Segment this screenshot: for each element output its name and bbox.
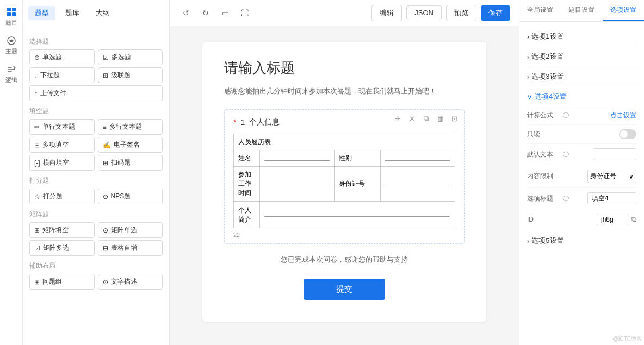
select-buttons-row2: ↓ 下拉题 ⊞ 级联题 bbox=[29, 67, 163, 83]
form-title[interactable]: 请输入标题 bbox=[224, 59, 465, 78]
default-text-input[interactable] bbox=[593, 148, 636, 160]
cell-id-input[interactable] bbox=[381, 167, 455, 202]
name-input-line[interactable] bbox=[264, 160, 330, 161]
btn-upload[interactable]: ↑ 上传文件 bbox=[29, 85, 163, 101]
logic-icon bbox=[6, 64, 17, 75]
btn-multi-fill[interactable]: ⊟ 多项填空 bbox=[29, 137, 95, 153]
btn-single-text[interactable]: ✏ 单行文本题 bbox=[29, 119, 95, 135]
cell-intro-input[interactable] bbox=[259, 202, 455, 228]
cell-intro-label: 个人简介 bbox=[234, 202, 260, 228]
content-limit-value: 身份证号 bbox=[590, 172, 616, 181]
tab-global-settings[interactable]: 全局设置 bbox=[519, 0, 561, 21]
screen-button[interactable]: ⛶ bbox=[237, 5, 252, 21]
readonly-label: 只读 bbox=[527, 130, 560, 139]
btn-dropdown[interactable]: ↓ 下拉题 bbox=[29, 67, 95, 83]
required-star: * bbox=[233, 118, 236, 127]
cell-name-input[interactable] bbox=[259, 150, 334, 167]
sidebar-icon-logic[interactable]: 逻辑 bbox=[1, 61, 22, 87]
tab-library[interactable]: 题库 bbox=[59, 6, 86, 20]
save-button[interactable]: 保存 bbox=[481, 5, 510, 21]
gender-input-line[interactable] bbox=[385, 160, 450, 161]
btn-single-choice[interactable]: ⊙ 单选题 bbox=[29, 49, 95, 65]
option1-header[interactable]: › 选项1设置 bbox=[527, 27, 636, 46]
tab-type[interactable]: 题型 bbox=[28, 6, 55, 20]
json-button[interactable]: JSON bbox=[406, 5, 442, 20]
tab-question-settings[interactable]: 题目设置 bbox=[561, 0, 602, 21]
content-limit-select[interactable]: 身份证号 ∨ bbox=[587, 170, 636, 183]
theme-icon bbox=[6, 35, 17, 46]
cell-work-input[interactable] bbox=[259, 167, 334, 202]
esign-icon: ✍ bbox=[103, 141, 111, 149]
id-input-line[interactable] bbox=[385, 186, 450, 186]
id-input[interactable] bbox=[597, 214, 629, 225]
btn-qrcode[interactable]: ⊞ 扫码题 bbox=[98, 155, 163, 171]
cell-gender-input[interactable] bbox=[381, 150, 455, 167]
btn-table-auto[interactable]: ⊟ 表格自增 bbox=[98, 240, 163, 256]
btn-matrix-multi[interactable]: ☑ 矩阵多选 bbox=[29, 240, 95, 256]
work-input-line[interactable] bbox=[264, 186, 330, 186]
qrcode-icon: ⊞ bbox=[103, 159, 108, 167]
option1-chevron: › bbox=[527, 33, 529, 41]
option1-group: › 选项1设置 bbox=[527, 27, 636, 46]
id-input-row: ⧉ bbox=[597, 214, 636, 225]
delete-tool[interactable]: 🗑 bbox=[435, 113, 445, 124]
resume-table: 人员履历表 姓名 性别 参加工作时间 身份证号 bbox=[233, 134, 455, 228]
btn-horizontal-fill[interactable]: [-] 横向填空 bbox=[29, 155, 95, 171]
left-sidebar: 题型 题库 大纲 选择题 ⊙ 单选题 ☑ 多选题 ↓ 下拉题 bbox=[23, 0, 170, 345]
more-tool[interactable]: ⊡ bbox=[449, 113, 460, 124]
undo-button[interactable]: ↺ bbox=[178, 5, 194, 21]
topics-label: 题目 bbox=[5, 18, 17, 27]
btn-question-group[interactable]: ⊞ 问题组 bbox=[29, 274, 95, 290]
submit-button[interactable]: 提交 bbox=[304, 279, 385, 300]
option3-header[interactable]: › 选项3设置 bbox=[527, 67, 636, 86]
tab-outline[interactable]: 大纲 bbox=[89, 6, 116, 20]
preview-button[interactable]: 预览 bbox=[446, 5, 476, 21]
option5-header[interactable]: › 选项5设置 bbox=[527, 231, 636, 250]
single-text-icon: ✏ bbox=[34, 123, 40, 131]
btn-matrix-fill[interactable]: ⊞ 矩阵填空 bbox=[29, 222, 95, 238]
btn-multi-text[interactable]: ≡ 多行文本题 bbox=[98, 119, 163, 135]
btn-nps[interactable]: ⊙ NPS题 bbox=[98, 189, 163, 204]
btn-rating[interactable]: ☆ 打分题 bbox=[29, 189, 95, 204]
layout-button[interactable]: ▭ bbox=[218, 5, 233, 21]
tab-option-settings[interactable]: 选项设置 bbox=[603, 0, 644, 21]
select-buttons-row3: ↑ 上传文件 bbox=[29, 85, 163, 101]
readonly-row: 只读 bbox=[527, 125, 636, 144]
btn-esign[interactable]: ✍ 电子签名 bbox=[98, 137, 163, 153]
matrix-single-icon: ⊙ bbox=[103, 227, 108, 234]
single-choice-icon: ⊙ bbox=[34, 54, 40, 61]
copy-tool[interactable]: ⧉ bbox=[420, 113, 431, 124]
close-tool[interactable]: ✕ bbox=[406, 113, 417, 124]
btn-text-desc[interactable]: ⊙ 文字描述 bbox=[98, 274, 163, 290]
btn-multi-choice[interactable]: ☑ 多选题 bbox=[98, 49, 163, 65]
readonly-toggle[interactable] bbox=[619, 129, 636, 139]
cell-name-label: 姓名 bbox=[234, 150, 260, 167]
question-block: ✛ ✕ ⧉ 🗑 ⊡ * 1 个人信息 人员履历表 姓名 bbox=[224, 109, 465, 244]
move-tool[interactable]: ✛ bbox=[392, 113, 403, 124]
option-title-input[interactable] bbox=[587, 192, 636, 204]
matrix-section-title: 矩阵题 bbox=[29, 210, 163, 219]
table-auto-icon: ⊟ bbox=[103, 244, 108, 252]
option-title-label: 选项标题 bbox=[527, 194, 560, 203]
btn-cascade[interactable]: ⊞ 级联题 bbox=[98, 67, 163, 83]
option4-header[interactable]: ∨ 选项4设置 bbox=[527, 87, 636, 106]
multi-text-icon: ≡ bbox=[103, 123, 107, 131]
intro-input-line[interactable] bbox=[264, 216, 449, 217]
option4-chevron: ∨ bbox=[527, 93, 532, 101]
default-text-info-icon: ⓘ bbox=[563, 150, 569, 159]
option2-header[interactable]: › 选项2设置 bbox=[527, 47, 636, 66]
calc-formula-label: 计算公式 bbox=[527, 111, 560, 120]
sidebar-icon-theme[interactable]: 主题 bbox=[1, 32, 22, 59]
copy-icon[interactable]: ⧉ bbox=[631, 215, 636, 224]
layout-buttons-row1: ⊞ 问题组 ⊙ 文字描述 bbox=[29, 274, 163, 290]
svg-rect-2 bbox=[7, 12, 11, 16]
main-area: ↺ ↻ ▭ ⛶ 编辑 JSON 预览 保存 请输入标题 感谢您能抽出几分钟时间来… bbox=[170, 0, 519, 345]
fill-buttons-row2: ⊟ 多项填空 ✍ 电子签名 bbox=[29, 137, 163, 153]
edit-button[interactable]: 编辑 bbox=[371, 5, 402, 21]
btn-matrix-single[interactable]: ⊙ 矩阵单选 bbox=[98, 222, 163, 238]
redo-button[interactable]: ↻ bbox=[198, 5, 213, 21]
calc-formula-action[interactable]: 点击设置 bbox=[610, 111, 636, 120]
form-card: 请输入标题 感谢您能抽出几分钟时间来参加本次答题，现在我们就马上开始吧！ ✛ ✕… bbox=[202, 42, 486, 322]
sidebar-icon-topics[interactable]: 题目 bbox=[1, 3, 22, 30]
matrix-fill-icon: ⊞ bbox=[34, 227, 40, 234]
